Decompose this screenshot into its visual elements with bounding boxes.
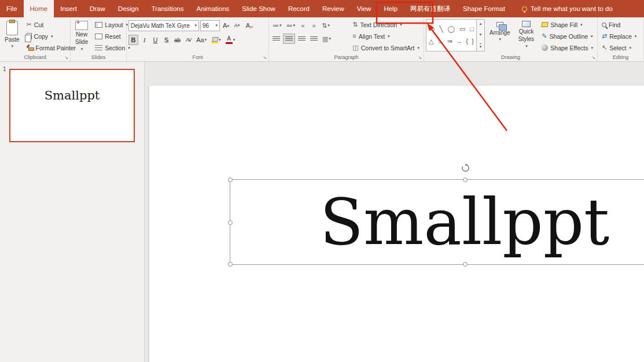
- underline-button[interactable]: U: [150, 35, 160, 45]
- tab-help[interactable]: Help: [377, 0, 404, 17]
- new-slide-button[interactable]: New Slide ▾: [72, 19, 91, 54]
- tab-home[interactable]: Home: [24, 0, 54, 17]
- shape-block-arrow-icon[interactable]: ⇒: [447, 38, 452, 45]
- shape-elbow-connector-icon[interactable]: ∟: [437, 38, 444, 45]
- clipboard-dialog-launcher-icon[interactable]: ↘: [64, 54, 68, 61]
- font-size-select[interactable]: 96 ▾: [200, 20, 220, 31]
- font-dialog-launcher-icon[interactable]: ↘: [263, 54, 267, 61]
- italic-button[interactable]: I: [139, 35, 149, 45]
- find-button[interactable]: Find: [599, 19, 639, 30]
- quick-styles-label-2-text: Styles: [518, 36, 534, 42]
- clear-formatting-button[interactable]: A: [243, 20, 253, 31]
- shape-oval-icon[interactable]: ◯: [448, 26, 455, 32]
- quick-styles-button[interactable]: Quick Styles ▾: [515, 19, 538, 54]
- bullets-button[interactable]: ≔▾: [271, 20, 284, 31]
- paste-button[interactable]: Paste ▾: [2, 19, 23, 54]
- shape-rectangle-icon[interactable]: ▭: [459, 26, 465, 32]
- line-spacing-button[interactable]: ⇅▾: [320, 20, 332, 31]
- shapes-gallery[interactable]: ▭ ╲ ◯ ▭ □ △ ∟ ⇒ → { }: [426, 19, 477, 51]
- editing-group: Find ⇄ Replace ▾ ↖ Select ▾ Editing: [598, 17, 644, 61]
- text-shadow-button[interactable]: S: [161, 35, 171, 45]
- tell-me-box[interactable]: Tell me what you want to do: [515, 0, 620, 17]
- character-spacing-button[interactable]: AV: [183, 35, 193, 45]
- numbering-button[interactable]: ≕▾: [285, 20, 297, 31]
- paragraph-dialog-launcher-icon[interactable]: ↘: [418, 54, 422, 61]
- justify-button[interactable]: [308, 34, 319, 44]
- align-text-button[interactable]: ≡ Align Text ▾: [350, 31, 422, 42]
- paragraph-left: ≔▾ ≕▾ « » ⇅▾ ▥▾: [271, 19, 348, 54]
- gallery-more-icon[interactable]: ▾: [480, 43, 482, 49]
- copy-button[interactable]: Copy ▾: [24, 31, 78, 42]
- tab-review[interactable]: Review: [316, 0, 351, 17]
- align-left-icon: [273, 36, 280, 42]
- text-direction-icon: ⇅: [352, 21, 358, 28]
- shape-left-brace-icon[interactable]: {: [466, 38, 468, 45]
- format-painter-icon: [27, 45, 34, 51]
- align-center-button[interactable]: [283, 34, 295, 44]
- text-direction-button[interactable]: ⇅ Text Direction ▾: [350, 19, 422, 30]
- highlight-color-button[interactable]: ▾: [209, 35, 223, 45]
- cut-button[interactable]: ✂ Cut: [24, 19, 78, 30]
- tab-animations[interactable]: Animations: [190, 0, 235, 17]
- textbox-text[interactable]: Smallppt: [230, 180, 644, 264]
- tab-transitions[interactable]: Transitions: [145, 0, 190, 17]
- tab-record[interactable]: Record: [282, 0, 316, 17]
- replace-button[interactable]: ⇄ Replace ▾: [599, 31, 639, 42]
- slide-thumbnail-1[interactable]: Smallppt: [9, 69, 135, 142]
- tab-insert[interactable]: Insert: [54, 0, 83, 17]
- paragraph-group-title: Paragraph: [269, 54, 424, 61]
- tab-shape-format[interactable]: Shape Format: [457, 0, 511, 17]
- select-button[interactable]: ↖ Select ▾: [599, 42, 639, 53]
- shape-textbox-icon[interactable]: ▭: [429, 26, 435, 32]
- dropdown-icon: ▾: [499, 37, 502, 42]
- drawing-dialog-launcher-icon[interactable]: ↘: [591, 54, 595, 61]
- shape-triangle-icon[interactable]: △: [429, 38, 433, 45]
- selected-textbox[interactable]: Smallppt: [230, 179, 644, 265]
- shape-square-icon[interactable]: □: [470, 26, 474, 32]
- resize-handle-s[interactable]: [463, 262, 468, 267]
- decrease-indent-button[interactable]: «: [298, 20, 308, 31]
- tab-file[interactable]: File: [0, 0, 24, 17]
- convert-to-smartart-button[interactable]: ◫ Convert to SmartArt ▾: [350, 42, 422, 53]
- section-label: Section: [105, 45, 125, 51]
- columns-button[interactable]: ▥▾: [321, 34, 333, 44]
- increase-font-size-button[interactable]: A▴: [221, 20, 231, 31]
- clipboard-group-title: Clipboard: [0, 54, 70, 61]
- change-case-button[interactable]: Aa ▾: [194, 35, 208, 45]
- shape-line-icon[interactable]: ╲: [439, 26, 443, 32]
- paragraph-row-2: ▥▾: [271, 32, 348, 45]
- resize-handle-sw[interactable]: [228, 262, 233, 267]
- gallery-up-icon[interactable]: ▴: [480, 21, 482, 26]
- resize-handle-n[interactable]: [463, 178, 468, 182]
- gallery-down-icon[interactable]: ▾: [480, 32, 482, 37]
- font-row-2: B I U S ab AV Aa ▾ ▾ A: [128, 34, 267, 46]
- shape-outline-button[interactable]: ✎ Shape Outline ▾: [539, 31, 595, 42]
- shape-arrow-icon[interactable]: →: [456, 38, 462, 45]
- font-color-swatch: [226, 42, 233, 44]
- resize-handle-w[interactable]: [228, 220, 233, 225]
- dropdown-icon: ▾: [580, 23, 583, 27]
- resize-handle-nw[interactable]: [228, 178, 233, 182]
- tab-draw[interactable]: Draw: [83, 0, 112, 17]
- font-name-select[interactable]: DejaVu Math TeX Gyre ▾: [128, 20, 199, 31]
- align-right-button[interactable]: [296, 34, 307, 44]
- shapes-gallery-scrollbar[interactable]: ▴ ▾ ▾: [477, 19, 485, 51]
- increase-indent-button[interactable]: »: [309, 20, 319, 31]
- tab-view[interactable]: View: [351, 0, 378, 17]
- editing-buttons: Find ⇄ Replace ▾ ↖ Select ▾: [599, 19, 639, 54]
- font-color-letter: A: [227, 36, 231, 42]
- align-left-button[interactable]: [271, 34, 282, 44]
- shape-right-brace-icon[interactable]: }: [472, 38, 474, 45]
- bold-button[interactable]: B: [128, 35, 138, 45]
- arrange-button[interactable]: Arrange ▾: [487, 19, 513, 54]
- shape-fill-button[interactable]: Shape Fill ▾: [539, 19, 595, 30]
- strikethrough-button[interactable]: ab: [172, 35, 182, 45]
- font-color-button[interactable]: A ▾: [224, 35, 237, 45]
- shape-effects-button[interactable]: Shape Effects ▾: [539, 42, 595, 53]
- tab-youdao-translate[interactable]: 网易有道翻译: [404, 0, 457, 17]
- decrease-font-size-button[interactable]: A▾: [232, 20, 242, 31]
- tab-slide-show[interactable]: Slide Show: [235, 0, 282, 17]
- format-painter-button[interactable]: Format Painter: [24, 42, 78, 53]
- tab-design[interactable]: Design: [112, 0, 145, 17]
- rotate-handle-icon[interactable]: [461, 164, 470, 172]
